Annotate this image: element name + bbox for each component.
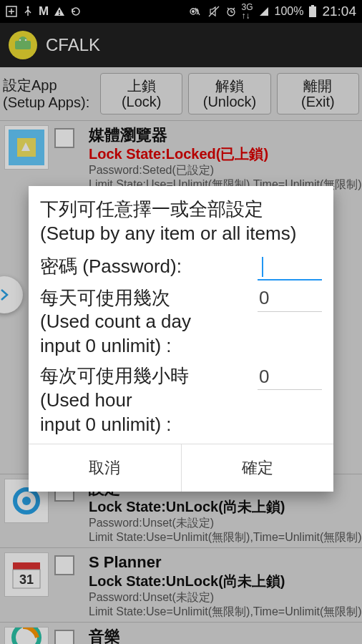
password-label: 密碼 (Password):: [40, 255, 258, 279]
count-label: 每天可使用幾次 (Used count a day input 0 unlimi…: [40, 286, 258, 358]
count-input[interactable]: 0: [258, 286, 322, 312]
text-cursor: [262, 257, 263, 277]
dialog-overlay: 下列可任意擇一或全部設定 (Setup by any item or all i…: [0, 0, 362, 644]
ok-button[interactable]: 確定: [181, 444, 334, 492]
cancel-button[interactable]: 取消: [29, 444, 181, 492]
dialog-title: 下列可任意擇一或全部設定 (Setup by any item or all i…: [40, 197, 322, 246]
setup-dialog: 下列可任意擇一或全部設定 (Setup by any item or all i…: [29, 186, 333, 492]
hour-input[interactable]: 0: [258, 364, 322, 390]
hour-label: 每次可使用幾小時 (Used hour input 0 unlimit) :: [40, 364, 258, 436]
password-input[interactable]: [258, 255, 322, 280]
